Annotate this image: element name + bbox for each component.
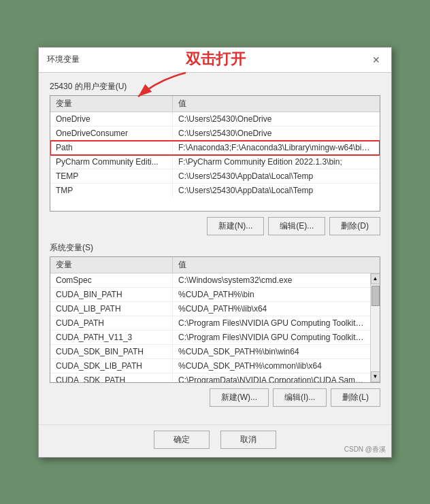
- cell-val: C:\Users\25430\OneDrive: [173, 127, 380, 140]
- cell-val: C:\Program Files\NVIDIA GPU Computing To…: [173, 316, 370, 330]
- cell-var-path: Path: [50, 141, 173, 154]
- cell-val: %CUDA_SDK_PATH%\common\lib\x64: [173, 359, 370, 373]
- cell-val: C:\Users\25430\OneDrive: [173, 112, 380, 126]
- dialog-title: 环境变量: [47, 54, 80, 65]
- table-row[interactable]: CUDA_SDK_BIN_PATH %CUDA_SDK_PATH%\bin\wi…: [50, 345, 370, 359]
- table-row[interactable]: CUDA_SDK_LIB_PATH %CUDA_SDK_PATH%\common…: [50, 359, 370, 373]
- table-row[interactable]: CUDA_PATH_V11_3 C:\Program Files\NVIDIA …: [50, 331, 370, 345]
- annotation-container: 双击打开 变量 值 OneDrive C:\Users\25430\: [50, 95, 380, 212]
- cell-var: OneDriveConsumer: [50, 127, 173, 140]
- table-row[interactable]: PyCharm Community Editi... F:\PyCharm Co…: [50, 155, 380, 169]
- user-buttons-row: 新建(N)... 编辑(E)... 删除(D): [50, 217, 380, 235]
- cell-var: OneDrive: [50, 112, 173, 126]
- watermark: CSDN @香溪: [344, 445, 386, 454]
- user-header-val: 值: [173, 96, 380, 112]
- cell-var: CUDA_SDK_LIB_PATH: [50, 359, 173, 373]
- table-row-path[interactable]: Path F:\Anaconda3;F:\Anaconda3\Library\m…: [50, 141, 380, 155]
- system-scrollbar[interactable]: ▲ ▼: [370, 273, 380, 382]
- user-header-var: 变量: [50, 96, 173, 112]
- user-variables-table: 变量 值 OneDrive C:\Users\25430\OneDrive On…: [50, 95, 380, 212]
- table-row[interactable]: TMP C:\Users\25430\AppData\Local\Temp: [50, 184, 380, 197]
- system-variables-table: 变量 值 ComSpec C:\Windows\system32\cmd.exe…: [50, 256, 380, 383]
- ok-button[interactable]: 确定: [154, 431, 210, 449]
- table-row[interactable]: CUDA_PATH C:\Program Files\NVIDIA GPU Co…: [50, 316, 370, 331]
- system-header-val: 值: [173, 257, 380, 273]
- system-table-body: ComSpec C:\Windows\system32\cmd.exe CUDA…: [50, 273, 380, 382]
- cell-val: C:\Users\25430\AppData\Local\Temp: [173, 169, 380, 183]
- user-delete-button[interactable]: 删除(D): [329, 217, 380, 235]
- scroll-up-button[interactable]: ▲: [371, 273, 380, 284]
- table-row[interactable]: OneDriveConsumer C:\Users\25430\OneDrive: [50, 127, 380, 141]
- system-section-label: 系统变量(S): [50, 242, 380, 254]
- cell-var: CUDA_SDK_PATH: [50, 373, 173, 382]
- cell-var: ComSpec: [50, 273, 173, 287]
- cell-var: PyCharm Community Editi...: [50, 155, 173, 169]
- system-buttons-row: 新建(W)... 编辑(I)... 删除(L): [50, 388, 380, 407]
- user-table-header: 变量 值: [50, 96, 380, 112]
- cancel-button[interactable]: 取消: [220, 431, 276, 449]
- cell-val: F:\PyCharm Community Edition 2022.1.3\bi…: [173, 155, 380, 169]
- table-row[interactable]: TEMP C:\Users\25430\AppData\Local\Temp: [50, 169, 380, 184]
- user-new-button[interactable]: 新建(N)...: [207, 217, 265, 235]
- cell-val: %CUDA_PATH%\lib\x64: [173, 302, 370, 316]
- cell-var: CUDA_PATH: [50, 316, 173, 330]
- cell-val: %CUDA_SDK_PATH%\bin\win64: [173, 345, 370, 358]
- user-table-body: OneDrive C:\Users\25430\OneDrive OneDriv…: [50, 112, 380, 211]
- cell-var: TEMP: [50, 169, 173, 183]
- title-bar: 环境变量 ✕: [39, 48, 391, 73]
- table-row[interactable]: CUDA_LIB_PATH %CUDA_PATH%\lib\x64: [50, 302, 370, 316]
- scroll-down-button[interactable]: ▼: [371, 371, 380, 382]
- user-edit-button[interactable]: 编辑(E)...: [268, 217, 325, 235]
- table-row[interactable]: OneDrive C:\Users\25430\OneDrive: [50, 112, 380, 127]
- cell-val: C:\Program Files\NVIDIA GPU Computing To…: [173, 331, 370, 344]
- table-row[interactable]: CUDA_SDK_PATH C:\ProgramData\NVIDIA Corp…: [50, 373, 370, 382]
- system-new-button[interactable]: 新建(W)...: [210, 388, 269, 407]
- cell-val: C:\ProgramData\NVIDIA Corporation\CUDA S…: [173, 373, 370, 382]
- cell-var: CUDA_BIN_PATH: [50, 288, 173, 301]
- system-header-var: 变量: [50, 257, 173, 273]
- cell-var: TMP: [50, 184, 173, 197]
- cell-val: %CUDA_PATH%\bin: [173, 288, 370, 301]
- system-edit-button[interactable]: 编辑(I)...: [273, 388, 327, 407]
- system-table-header: 变量 值: [50, 257, 380, 273]
- cell-val: C:\Users\25430\AppData\Local\Temp: [173, 184, 380, 197]
- table-row[interactable]: ComSpec C:\Windows\system32\cmd.exe: [50, 273, 370, 288]
- table-row[interactable]: CUDA_BIN_PATH %CUDA_PATH%\bin: [50, 288, 370, 302]
- cell-var: CUDA_SDK_BIN_PATH: [50, 345, 173, 358]
- environment-variables-dialog: 环境变量 ✕ 25430 的用户变量(U) 双击打开 变量 值: [38, 47, 392, 458]
- cell-val: C:\Windows\system32\cmd.exe: [173, 273, 370, 287]
- cell-val-path: F:\Anaconda3;F:\Anaconda3\Library\mingw-…: [173, 141, 380, 154]
- dialog-body: 25430 的用户变量(U) 双击打开 变量 值 On: [39, 73, 391, 422]
- cell-var: CUDA_LIB_PATH: [50, 302, 173, 316]
- scroll-thumb[interactable]: [371, 286, 380, 306]
- cell-var: CUDA_PATH_V11_3: [50, 331, 173, 344]
- close-button[interactable]: ✕: [369, 53, 383, 67]
- user-section-label: 25430 的用户变量(U): [50, 81, 380, 93]
- system-delete-button[interactable]: 删除(L): [331, 388, 380, 407]
- dialog-footer: 确定 取消: [39, 424, 391, 457]
